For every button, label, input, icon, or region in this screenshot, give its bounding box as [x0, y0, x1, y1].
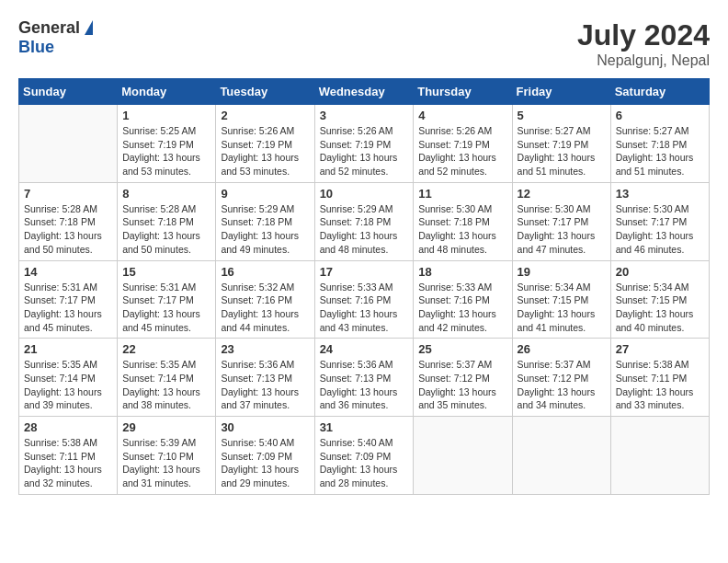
sunset-text: Sunset: 7:19 PM — [122, 138, 210, 152]
daylight-line1: Daylight: 13 hours — [320, 229, 409, 243]
day-cell: 13Sunrise: 5:30 AMSunset: 7:17 PMDayligh… — [610, 182, 709, 260]
sunset-text: Sunset: 7:12 PM — [418, 372, 506, 385]
sunrise-text: Sunrise: 5:35 AM — [122, 358, 210, 372]
day-number: 13 — [616, 187, 704, 201]
weekday-header-saturday: Saturday — [610, 79, 709, 105]
sunset-text: Sunset: 7:14 PM — [122, 372, 210, 385]
sunrise-text: Sunrise: 5:30 AM — [616, 202, 704, 216]
day-cell: 6Sunrise: 5:27 AMSunset: 7:18 PMDaylight… — [610, 105, 709, 183]
sunset-text: Sunset: 7:18 PM — [320, 215, 409, 229]
sunrise-text: Sunrise: 5:27 AM — [616, 124, 704, 138]
sunrise-text: Sunrise: 5:26 AM — [418, 124, 506, 138]
daylight-line2: and 32 minutes. — [24, 477, 112, 490]
day-cell: 9Sunrise: 5:29 AMSunset: 7:18 PMDaylight… — [216, 182, 314, 260]
day-cell: 4Sunrise: 5:26 AMSunset: 7:19 PMDaylight… — [414, 105, 512, 183]
daylight-line2: and 37 minutes. — [221, 398, 309, 412]
daylight-line2: and 53 minutes. — [221, 165, 309, 178]
day-number: 29 — [122, 420, 210, 434]
day-cell: 29Sunrise: 5:39 AMSunset: 7:10 PMDayligh… — [118, 417, 216, 495]
daylight-line2: and 40 minutes. — [616, 321, 704, 335]
day-number: 5 — [518, 109, 606, 122]
day-number: 28 — [24, 420, 112, 434]
sunset-text: Sunset: 7:16 PM — [221, 293, 309, 307]
day-number: 18 — [418, 265, 506, 279]
daylight-line1: Daylight: 13 hours — [320, 385, 409, 399]
day-cell: 19Sunrise: 5:34 AMSunset: 7:15 PMDayligh… — [512, 260, 610, 339]
day-cell: 3Sunrise: 5:26 AMSunset: 7:19 PMDaylight… — [314, 105, 414, 183]
day-info: Sunrise: 5:40 AMSunset: 7:09 PMDaylight:… — [320, 436, 409, 490]
day-info: Sunrise: 5:36 AMSunset: 7:13 PMDaylight:… — [320, 358, 409, 412]
sunrise-text: Sunrise: 5:31 AM — [122, 281, 210, 294]
daylight-line1: Daylight: 13 hours — [122, 229, 210, 243]
day-cell: 8Sunrise: 5:28 AMSunset: 7:18 PMDaylight… — [118, 182, 216, 260]
day-number: 16 — [221, 265, 309, 279]
sunset-text: Sunset: 7:18 PM — [24, 215, 112, 229]
day-info: Sunrise: 5:40 AMSunset: 7:09 PMDaylight:… — [221, 436, 309, 490]
sunset-text: Sunset: 7:15 PM — [616, 293, 704, 307]
daylight-line1: Daylight: 13 hours — [616, 229, 704, 243]
sunrise-text: Sunrise: 5:27 AM — [518, 124, 606, 138]
week-row-5: 28Sunrise: 5:38 AMSunset: 7:11 PMDayligh… — [19, 417, 710, 495]
logo-blue-text: Blue — [18, 38, 54, 56]
daylight-line2: and 45 minutes. — [122, 321, 210, 335]
day-info: Sunrise: 5:30 AMSunset: 7:18 PMDaylight:… — [418, 202, 506, 257]
daylight-line2: and 47 minutes. — [518, 243, 606, 257]
day-cell: 11Sunrise: 5:30 AMSunset: 7:18 PMDayligh… — [414, 182, 512, 260]
day-info: Sunrise: 5:38 AMSunset: 7:11 PMDaylight:… — [616, 358, 704, 412]
sunset-text: Sunset: 7:16 PM — [418, 293, 506, 307]
day-info: Sunrise: 5:26 AMSunset: 7:19 PMDaylight:… — [320, 124, 409, 178]
day-number: 7 — [24, 187, 112, 201]
sunrise-text: Sunrise: 5:39 AM — [122, 436, 210, 450]
daylight-line2: and 42 minutes. — [418, 321, 506, 335]
daylight-line1: Daylight: 13 hours — [122, 151, 210, 165]
day-info: Sunrise: 5:35 AMSunset: 7:14 PMDaylight:… — [24, 358, 112, 412]
daylight-line2: and 46 minutes. — [616, 243, 704, 257]
day-cell: 12Sunrise: 5:30 AMSunset: 7:17 PMDayligh… — [512, 182, 610, 260]
day-number: 12 — [518, 187, 606, 201]
daylight-line1: Daylight: 13 hours — [221, 385, 309, 399]
day-number: 9 — [221, 187, 309, 201]
daylight-line1: Daylight: 13 hours — [320, 151, 409, 165]
logo-triangle-icon — [85, 20, 93, 35]
sunrise-text: Sunrise: 5:25 AM — [122, 124, 210, 138]
daylight-line2: and 38 minutes. — [122, 398, 210, 412]
day-cell: 10Sunrise: 5:29 AMSunset: 7:18 PMDayligh… — [314, 182, 414, 260]
sunrise-text: Sunrise: 5:31 AM — [24, 281, 112, 294]
sunrise-text: Sunrise: 5:38 AM — [616, 358, 704, 372]
daylight-line2: and 48 minutes. — [418, 243, 506, 257]
day-info: Sunrise: 5:29 AMSunset: 7:18 PMDaylight:… — [221, 202, 309, 257]
daylight-line2: and 36 minutes. — [320, 398, 409, 412]
daylight-line1: Daylight: 13 hours — [221, 307, 309, 321]
daylight-line2: and 48 minutes. — [320, 243, 409, 257]
day-cell: 28Sunrise: 5:38 AMSunset: 7:11 PMDayligh… — [19, 417, 118, 495]
sunset-text: Sunset: 7:15 PM — [518, 293, 606, 307]
daylight-line2: and 28 minutes. — [320, 477, 409, 490]
sunset-text: Sunset: 7:11 PM — [24, 450, 112, 464]
daylight-line1: Daylight: 13 hours — [221, 151, 309, 165]
weekday-header-row: SundayMondayTuesdayWednesdayThursdayFrid… — [19, 79, 710, 105]
daylight-line1: Daylight: 13 hours — [122, 463, 210, 477]
sunrise-text: Sunrise: 5:30 AM — [518, 202, 606, 216]
sunset-text: Sunset: 7:17 PM — [122, 293, 210, 307]
daylight-line2: and 50 minutes. — [24, 243, 112, 257]
sunset-text: Sunset: 7:16 PM — [320, 293, 409, 307]
daylight-line2: and 52 minutes. — [418, 165, 506, 178]
sunset-text: Sunset: 7:09 PM — [221, 450, 309, 464]
sunrise-text: Sunrise: 5:28 AM — [24, 202, 112, 216]
sunrise-text: Sunrise: 5:35 AM — [24, 358, 112, 372]
day-cell: 30Sunrise: 5:40 AMSunset: 7:09 PMDayligh… — [216, 417, 314, 495]
day-number: 6 — [616, 109, 704, 122]
day-number: 2 — [221, 109, 309, 122]
day-number: 24 — [320, 342, 409, 356]
weekday-header-sunday: Sunday — [19, 79, 118, 105]
day-cell: 18Sunrise: 5:33 AMSunset: 7:16 PMDayligh… — [414, 260, 512, 339]
day-cell: 27Sunrise: 5:38 AMSunset: 7:11 PMDayligh… — [610, 339, 709, 417]
sunrise-text: Sunrise: 5:37 AM — [518, 358, 606, 372]
day-number: 25 — [418, 342, 506, 356]
day-cell: 20Sunrise: 5:34 AMSunset: 7:15 PMDayligh… — [610, 260, 709, 339]
sunset-text: Sunset: 7:11 PM — [616, 372, 704, 385]
day-info: Sunrise: 5:35 AMSunset: 7:14 PMDaylight:… — [122, 358, 210, 412]
sunrise-text: Sunrise: 5:32 AM — [221, 281, 309, 294]
daylight-line1: Daylight: 13 hours — [320, 463, 409, 477]
week-row-1: 1Sunrise: 5:25 AMSunset: 7:19 PMDaylight… — [19, 105, 710, 183]
